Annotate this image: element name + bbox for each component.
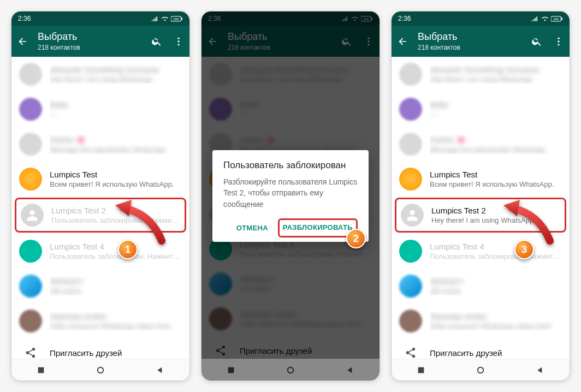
svg-point-7 <box>98 367 104 373</box>
appbar-subtitle: 218 контактов <box>38 44 141 51</box>
more-vertical-icon <box>553 36 564 47</box>
status-bar: 2:36 100 <box>11 11 189 26</box>
contact-row-blurred[interactable]: Dasha 🌸Message text placeholder WhatsApp <box>392 127 570 162</box>
recents-button[interactable] <box>417 366 425 375</box>
search-button[interactable] <box>530 35 543 48</box>
avatar <box>19 63 42 86</box>
avatar <box>19 275 42 298</box>
svg-point-19 <box>558 37 559 39</box>
home-button[interactable] <box>96 365 105 375</box>
step-number: 3 <box>521 244 527 256</box>
status-bar: 2:36 100 <box>392 11 570 26</box>
avatar <box>19 98 42 121</box>
phone-screenshot-3: 2:36 100 Выбрать 218 контактов Alexandr … <box>391 11 570 381</box>
step-number: 1 <box>125 244 131 256</box>
annotation-arrow <box>112 197 173 246</box>
arrow-back-icon <box>397 36 408 47</box>
dialog-unblock-button[interactable]: РАЗБЛОКИРОВАТЬ <box>278 218 358 237</box>
appbar-title: Выбрать <box>38 31 141 43</box>
modal-overlay: Пользователь заблокирован Разблокируйте … <box>201 11 380 381</box>
contact-row-blurred[interactable]: Bella— <box>392 92 570 127</box>
contact-row-blurred[interactable]: SERGEYstill online <box>392 269 570 304</box>
contact-row-blurred[interactable]: Stanislav AnikinHello everyone! WhatsApp… <box>392 304 570 338</box>
avatar <box>19 133 42 156</box>
person-icon <box>25 207 40 223</box>
step-badge-3: 3 <box>514 240 534 259</box>
contact-status: Message text placeholder WhatsApp <box>50 146 182 154</box>
battery-icon: 100 <box>551 16 563 22</box>
menu-button[interactable] <box>172 35 185 48</box>
contact-row-lumpics-test[interactable]: Lumpics TestВсем привет! Я использую Wha… <box>392 162 570 197</box>
annotation-arrow <box>501 197 561 246</box>
svg-point-4 <box>177 40 179 42</box>
svg-rect-6 <box>38 367 44 373</box>
contact-row-blurred[interactable]: SERGEYstill online <box>11 269 189 304</box>
battery-icon: 100 <box>171 16 183 22</box>
appbar-title: Выбрать <box>418 31 521 43</box>
back-nav-button[interactable] <box>536 366 544 375</box>
dialog-cancel-button[interactable]: ОТМЕНА <box>231 218 274 237</box>
invite-friends-row[interactable]: Пригласить друзей <box>11 338 189 359</box>
status-icons: 100 <box>151 16 183 22</box>
contact-row-blurred[interactable]: Alexandr Something SurnameHey there! I a… <box>11 57 189 92</box>
svg-point-23 <box>478 367 484 373</box>
svg-point-5 <box>177 44 179 45</box>
contact-row-blurred[interactable]: Dasha 🌸Message text placeholder WhatsApp <box>11 127 189 162</box>
contact-status: still online <box>50 287 182 295</box>
svg-point-21 <box>558 44 559 45</box>
recents-button[interactable] <box>37 366 45 375</box>
dialog-buttons: ОТМЕНА РАЗБЛОКИРОВАТЬ <box>223 218 358 237</box>
avatar <box>19 168 42 191</box>
person-icon <box>405 207 420 223</box>
svg-text:100: 100 <box>173 17 179 21</box>
contact-status: Пользователь заблокирован. Нажмите, ч... <box>50 252 182 260</box>
contact-row-lumpics-test[interactable]: Lumpics TestВсем привет! Я использую Wha… <box>11 162 189 197</box>
phone-screenshot-2: 2:36 100 Выбрать 218 контактов Alexandr … <box>201 11 380 381</box>
step-badge-2: 2 <box>346 229 366 248</box>
back-button[interactable] <box>16 35 29 48</box>
contact-status: — <box>50 110 182 118</box>
appbar-subtitle: 218 контактов <box>418 44 521 51</box>
appbar-title-area: Выбрать 218 контактов <box>38 31 141 51</box>
more-vertical-icon <box>173 36 184 47</box>
status-time: 2:36 <box>398 15 411 22</box>
back-button[interactable] <box>396 35 409 48</box>
appbar-title-area: Выбрать 218 контактов <box>418 31 521 51</box>
wifi-icon <box>161 16 169 21</box>
contact-name: SERGEY <box>50 277 182 286</box>
android-nav-bar <box>11 359 189 381</box>
home-button[interactable] <box>476 365 485 375</box>
footer-actions: Пригласить друзей Помощь с контактами <box>11 338 189 359</box>
contact-name: Alexandr Something Surname <box>50 65 182 74</box>
contact-name: Stanislav Anikin <box>50 312 182 321</box>
svg-text:100: 100 <box>553 17 559 21</box>
contact-row-blurred[interactable]: Bella— <box>11 92 189 127</box>
svg-rect-17 <box>561 17 562 20</box>
dialog-title: Пользователь заблокирован <box>223 160 358 171</box>
avatar <box>19 310 42 332</box>
arrow-back-icon <box>17 36 28 47</box>
menu-button[interactable] <box>552 35 565 48</box>
svg-rect-22 <box>418 367 424 373</box>
dialog-text: Разблокируйте пользователя Lumpics Test … <box>223 176 358 210</box>
search-icon <box>151 36 162 47</box>
contact-status: Hello everyone! WhatsApp status here <box>50 322 182 330</box>
search-button[interactable] <box>150 35 163 48</box>
share-icon <box>19 347 42 359</box>
avatar <box>21 204 44 227</box>
contact-row-blurred[interactable]: Stanislav AnikinHello everyone! WhatsApp… <box>11 304 189 338</box>
signal-icon <box>531 16 539 21</box>
svg-rect-1 <box>181 17 182 20</box>
contact-row-blurred[interactable]: Alexandr Something SurnameHey there! I a… <box>392 57 570 92</box>
phone-screenshot-1: 2:36 100 Выбрать 218 контактов Alexandr … <box>11 11 190 381</box>
step-badge-1: 1 <box>118 240 138 259</box>
status-time: 2:36 <box>18 15 31 22</box>
back-nav-button[interactable] <box>156 366 164 375</box>
contact-status: Hey there! I am using WhatsApp. <box>50 75 182 84</box>
invite-friends-row[interactable]: Пригласить друзей <box>392 338 570 359</box>
signal-icon <box>151 16 159 21</box>
app-bar: Выбрать 218 контактов <box>11 26 189 57</box>
avatar <box>401 204 424 227</box>
step-number: 2 <box>353 233 359 245</box>
search-icon <box>531 36 542 47</box>
